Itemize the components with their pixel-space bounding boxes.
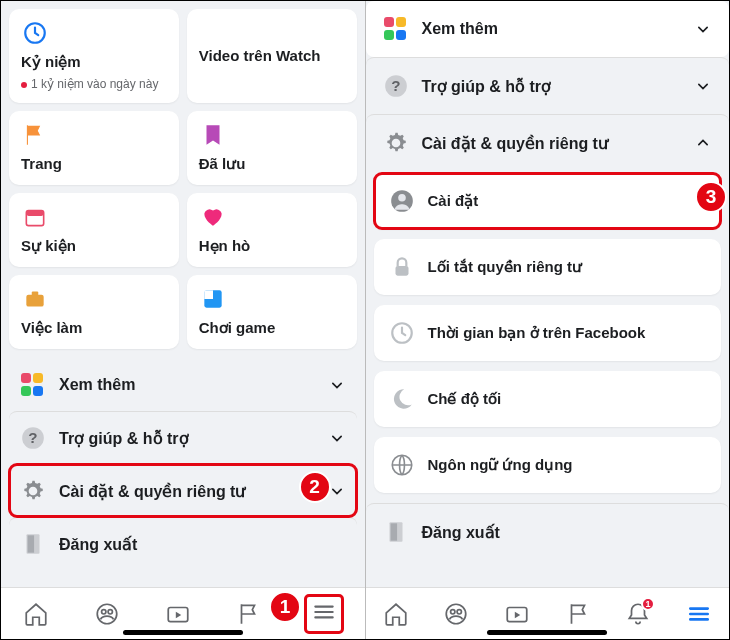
card-label: Chơi game bbox=[199, 319, 345, 337]
tab-flag[interactable] bbox=[564, 600, 592, 628]
moon-icon bbox=[388, 385, 416, 413]
help-row[interactable]: ? Trợ giúp & hỗ trợ bbox=[366, 57, 730, 114]
row-label: Cài đặt & quyền riêng tư bbox=[59, 482, 315, 501]
home-indicator bbox=[123, 630, 243, 635]
clock-icon bbox=[21, 19, 49, 47]
tab-groups[interactable] bbox=[442, 600, 470, 628]
home-indicator bbox=[487, 630, 607, 635]
svg-rect-3 bbox=[26, 295, 43, 307]
notification-badge: 1 bbox=[641, 597, 655, 611]
globe-icon bbox=[388, 451, 416, 479]
see-more-row[interactable]: Xem thêm bbox=[366, 1, 730, 57]
door-icon bbox=[382, 518, 410, 546]
row-label: Xem thêm bbox=[59, 376, 315, 394]
calendar-icon bbox=[21, 203, 49, 231]
help-icon: ? bbox=[382, 72, 410, 100]
item-label: Chế độ tối bbox=[428, 390, 502, 408]
row-label: Đăng xuất bbox=[422, 523, 714, 542]
bookmark-icon bbox=[199, 121, 227, 149]
tab-home[interactable] bbox=[382, 600, 410, 628]
card-label: Kỷ niệm bbox=[21, 53, 167, 71]
card-pages[interactable]: Trang bbox=[9, 111, 179, 185]
svg-text:?: ? bbox=[391, 77, 400, 94]
svg-rect-2 bbox=[26, 211, 43, 216]
svg-rect-23 bbox=[390, 523, 397, 540]
heart-icon bbox=[199, 203, 227, 231]
card-events[interactable]: Sự kiện bbox=[9, 193, 179, 267]
card-dating[interactable]: Hẹn hò bbox=[187, 193, 357, 267]
row-label: Xem thêm bbox=[422, 20, 682, 38]
tab-watch[interactable] bbox=[503, 600, 531, 628]
svg-rect-19 bbox=[395, 266, 408, 276]
step-badge-1: 1 bbox=[269, 591, 301, 623]
svg-point-24 bbox=[447, 604, 467, 624]
menu-grid: Kỷ niệm 1 kỷ niệm vào ngày này Video trê… bbox=[9, 9, 357, 349]
clock-icon bbox=[388, 319, 416, 347]
item-label: Lối tắt quyền riêng tư bbox=[428, 258, 583, 276]
pane-left: Kỷ niệm 1 kỷ niệm vào ngày này Video trê… bbox=[1, 1, 365, 639]
card-gaming[interactable]: Chơi game bbox=[187, 275, 357, 349]
step-badge-3: 3 bbox=[695, 181, 727, 213]
help-row[interactable]: ? Trợ giúp & hỗ trợ bbox=[9, 411, 357, 464]
red-dot-icon bbox=[21, 82, 27, 88]
chevron-down-icon bbox=[327, 428, 347, 448]
settings-privacy-row[interactable]: Cài đặt & quyền riêng tư bbox=[366, 114, 730, 171]
chevron-up-icon bbox=[693, 133, 713, 153]
item-label: Ngôn ngữ ứng dụng bbox=[428, 456, 573, 474]
chevron-down-icon bbox=[693, 76, 713, 96]
chevron-down-icon bbox=[693, 19, 713, 39]
tab-menu[interactable]: 1 bbox=[305, 595, 343, 633]
chevron-down-icon bbox=[327, 375, 347, 395]
svg-point-26 bbox=[457, 609, 461, 613]
see-more-row[interactable]: Xem thêm bbox=[9, 359, 357, 411]
card-label: Trang bbox=[21, 155, 167, 172]
tab-groups[interactable] bbox=[93, 600, 121, 628]
card-label: Đã lưu bbox=[199, 155, 345, 173]
row-label: Đăng xuất bbox=[59, 535, 347, 554]
svg-rect-4 bbox=[32, 292, 39, 296]
item-label: Thời gian bạn ở trên Facebook bbox=[428, 324, 646, 342]
tab-notifications[interactable]: 1 bbox=[624, 600, 652, 628]
svg-point-25 bbox=[451, 609, 455, 613]
settings-privacy-row[interactable]: Cài đặt & quyền riêng tư 2 bbox=[9, 464, 357, 517]
item-dark-mode[interactable]: Chế độ tối bbox=[374, 371, 722, 427]
see-more-icon bbox=[382, 15, 410, 43]
card-saved[interactable]: Đã lưu bbox=[187, 111, 357, 185]
pane-right: Xem thêm ? Trợ giúp & hỗ trợ Cài đặt & q… bbox=[365, 1, 730, 639]
tab-bar: 1 bbox=[1, 587, 365, 639]
item-time-on-fb[interactable]: Thời gian bạn ở trên Facebook bbox=[374, 305, 722, 361]
svg-rect-10 bbox=[28, 536, 34, 553]
card-label: Sự kiện bbox=[21, 237, 167, 255]
lock-icon bbox=[388, 253, 416, 281]
card-watch[interactable]: Video trên Watch bbox=[187, 9, 357, 103]
row-label: Cài đặt & quyền riêng tư bbox=[422, 134, 682, 153]
tab-menu[interactable] bbox=[685, 600, 713, 628]
svg-point-13 bbox=[108, 609, 112, 613]
tab-bar: 1 bbox=[366, 587, 730, 639]
logout-row[interactable]: Đăng xuất bbox=[9, 517, 357, 570]
step-badge-2: 2 bbox=[299, 471, 331, 503]
card-memories[interactable]: Kỷ niệm 1 kỷ niệm vào ngày này bbox=[9, 9, 179, 103]
svg-text:?: ? bbox=[28, 430, 37, 447]
item-privacy-shortcut[interactable]: Lối tắt quyền riêng tư bbox=[374, 239, 722, 295]
tab-watch[interactable] bbox=[164, 600, 192, 628]
row-label: Trợ giúp & hỗ trợ bbox=[59, 429, 315, 448]
row-label: Trợ giúp & hỗ trợ bbox=[422, 77, 682, 96]
item-settings[interactable]: Cài đặt 3 bbox=[374, 173, 722, 229]
card-jobs[interactable]: Việc làm bbox=[9, 275, 179, 349]
see-more-icon bbox=[19, 371, 47, 399]
door-icon bbox=[19, 530, 47, 558]
gaming-icon bbox=[199, 285, 227, 313]
item-language[interactable]: Ngôn ngữ ứng dụng bbox=[374, 437, 722, 493]
svg-point-11 bbox=[97, 604, 117, 624]
profile-gear-icon bbox=[388, 187, 416, 215]
gear-icon bbox=[19, 477, 47, 505]
svg-rect-6 bbox=[204, 291, 213, 300]
svg-point-12 bbox=[102, 609, 106, 613]
logout-row[interactable]: Đăng xuất bbox=[366, 503, 730, 560]
tab-home[interactable] bbox=[22, 600, 50, 628]
briefcase-icon bbox=[21, 285, 49, 313]
tab-flag[interactable] bbox=[234, 600, 262, 628]
settings-submenu: Cài đặt 3 Lối tắt quyền riêng tư Thời gi… bbox=[366, 171, 730, 503]
card-label: Video trên Watch bbox=[199, 47, 345, 64]
